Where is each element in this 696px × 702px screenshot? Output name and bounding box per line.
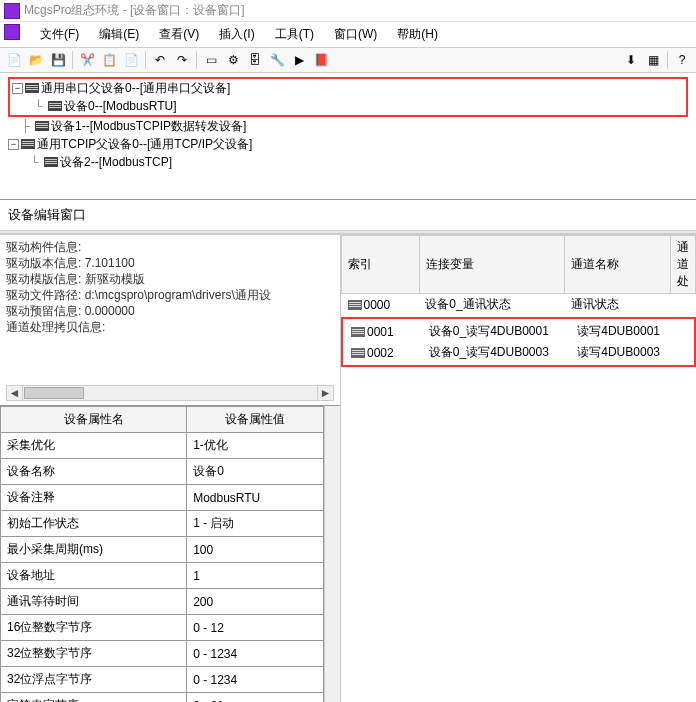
window-button[interactable]: ▭ <box>201 50 221 70</box>
prop-value[interactable]: 1-优化 <box>187 433 324 459</box>
menu-item[interactable]: 插入(I) <box>209 24 264 45</box>
collapse-icon[interactable]: − <box>8 139 19 150</box>
menu-item[interactable]: 窗口(W) <box>324 24 387 45</box>
info-line: 驱动文件路径: d:\mcgspro\program\drivers\通用设 <box>6 287 334 303</box>
tree-label: 设备1--[ModbusTCPIP数据转发设备] <box>51 118 246 135</box>
window-title: McgsPro组态环境 - [设备窗口：设备窗口] <box>24 2 245 19</box>
dict-button[interactable]: 📕 <box>311 50 331 70</box>
property-row[interactable]: 设备地址1 <box>1 563 324 589</box>
channel-row[interactable]: 0002 设备0_读写4DUB0003 读写4DUB0003 <box>345 342 692 363</box>
scroll-left-icon[interactable]: ◄ <box>7 386 23 400</box>
row-icon <box>348 300 362 310</box>
device-editor-panel: 设备编辑窗口 驱动构件信息: 驱动版本信息: 7.101100 驱动模版信息: … <box>0 199 696 702</box>
prop-value[interactable]: 0 - 21 <box>187 693 324 703</box>
info-line: 驱动模版信息: 新驱动模版 <box>6 271 334 287</box>
undo-button[interactable]: ↶ <box>150 50 170 70</box>
prop-header-value: 设备属性值 <box>187 407 324 433</box>
tree-label: 设备2--[ModbusTCP] <box>60 154 172 171</box>
grid-button[interactable]: ▦ <box>643 50 663 70</box>
info-line: 驱动版本信息: 7.101100 <box>6 255 334 271</box>
property-row[interactable]: 通讯等待时间200 <box>1 589 324 615</box>
doc-icon <box>4 24 20 40</box>
download-button[interactable]: ⬇ <box>621 50 641 70</box>
prop-name: 字符串字节序 <box>1 693 187 703</box>
prop-value[interactable]: 0 - 12 <box>187 615 324 641</box>
device-icon <box>35 121 49 131</box>
menu-item[interactable]: 工具(T) <box>265 24 324 45</box>
prop-value[interactable]: 1 <box>187 563 324 589</box>
paste-button[interactable]: 📄 <box>121 50 141 70</box>
prop-name: 初始工作状态 <box>1 511 187 537</box>
scroll-right-icon[interactable]: ► <box>317 386 333 400</box>
prop-value[interactable]: 设备0 <box>187 459 324 485</box>
app-icon <box>4 3 20 19</box>
property-row[interactable]: 32位浮点字节序0 - 1234 <box>1 667 324 693</box>
help-button[interactable]: ? <box>672 50 692 70</box>
property-row[interactable]: 字符串字节序0 - 21 <box>1 693 324 703</box>
prop-name: 通讯等待时间 <box>1 589 187 615</box>
prop-name: 最小采集周期(ms) <box>1 537 187 563</box>
property-row[interactable]: 初始工作状态1 - 启动 <box>1 511 324 537</box>
tree-label: 设备0--[ModbusRTU] <box>64 98 176 115</box>
prop-name: 设备注释 <box>1 485 187 511</box>
row-icon <box>351 327 365 337</box>
tree-node-device0[interactable]: └ 设备0--[ModbusRTU] <box>12 97 684 115</box>
prop-value[interactable]: 1 - 启动 <box>187 511 324 537</box>
prop-name: 32位整数字节序 <box>1 641 187 667</box>
info-line: 驱动构件信息: <box>6 239 334 255</box>
channel-row[interactable]: 0000 设备0_通讯状态 通讯状态 <box>342 294 696 316</box>
prop-value[interactable]: ModbusRTU <box>187 485 324 511</box>
menu-item[interactable]: 文件(F) <box>30 24 89 45</box>
chan-header-name: 通道名称 <box>565 236 671 294</box>
prop-value[interactable]: 200 <box>187 589 324 615</box>
channel-row[interactable]: 0001 设备0_读写4DUB0001 读写4DUB0001 <box>345 321 692 342</box>
property-row[interactable]: 16位整数字节序0 - 12 <box>1 615 324 641</box>
tree-node-serial-parent[interactable]: − 通用串口父设备0--[通用串口父设备] <box>12 79 684 97</box>
device-icon <box>21 139 35 149</box>
config-button[interactable]: ⚙ <box>223 50 243 70</box>
copy-button[interactable]: 📋 <box>99 50 119 70</box>
property-row[interactable]: 32位整数字节序0 - 1234 <box>1 641 324 667</box>
tree-node-device2[interactable]: └ 设备2--[ModbusTCP] <box>8 153 688 171</box>
channel-table[interactable]: 索引 连接变量 通道名称 通道处 0000 设备0_通讯状态 通讯状态 <box>341 235 696 315</box>
prop-name: 32位浮点字节序 <box>1 667 187 693</box>
prop-name: 采集优化 <box>1 433 187 459</box>
property-row[interactable]: 设备注释ModbusRTU <box>1 485 324 511</box>
device-icon <box>48 101 62 111</box>
save-button[interactable]: 💾 <box>48 50 68 70</box>
run-button[interactable]: ▶ <box>289 50 309 70</box>
property-row[interactable]: 最小采集周期(ms)100 <box>1 537 324 563</box>
menu-bar: 文件(F)编辑(E)查看(V)插入(I)工具(T)窗口(W)帮助(H) <box>0 22 696 47</box>
device-icon <box>25 83 39 93</box>
tree-highlight-box: − 通用串口父设备0--[通用串口父设备] └ 设备0--[ModbusRTU] <box>8 77 688 117</box>
open-button[interactable]: 📂 <box>26 50 46 70</box>
collapse-icon[interactable]: − <box>12 83 23 94</box>
device-tree[interactable]: − 通用串口父设备0--[通用串口父设备] └ 设备0--[ModbusRTU]… <box>0 73 696 175</box>
prop-value[interactable]: 100 <box>187 537 324 563</box>
prop-header-name: 设备属性名 <box>1 407 187 433</box>
menu-item[interactable]: 查看(V) <box>149 24 209 45</box>
h-scrollbar[interactable]: ◄ ► <box>6 385 334 401</box>
prop-value[interactable]: 0 - 1234 <box>187 667 324 693</box>
tree-node-device1[interactable]: ├ 设备1--[ModbusTCPIP数据转发设备] <box>8 117 688 135</box>
prop-name: 设备地址 <box>1 563 187 589</box>
tree-node-tcpip-parent[interactable]: − 通用TCPIP父设备0--[通用TCP/IP父设备] <box>8 135 688 153</box>
tree-branch-icon: ├ <box>21 119 35 133</box>
property-table[interactable]: 设备属性名 设备属性值 采集优化1-优化设备名称设备0设备注释ModbusRTU… <box>0 406 324 702</box>
driver-info-pane: 驱动构件信息: 驱动版本信息: 7.101100 驱动模版信息: 新驱动模版 驱… <box>0 235 340 405</box>
tools-button[interactable]: 🔧 <box>267 50 287 70</box>
title-bar: McgsPro组态环境 - [设备窗口：设备窗口] <box>0 0 696 22</box>
v-scrollbar[interactable] <box>324 406 340 702</box>
editor-title: 设备编辑窗口 <box>0 200 696 230</box>
new-button[interactable]: 📄 <box>4 50 24 70</box>
menu-item[interactable]: 帮助(H) <box>387 24 448 45</box>
cut-button[interactable]: ✂️ <box>77 50 97 70</box>
prop-value[interactable]: 0 - 1234 <box>187 641 324 667</box>
redo-button[interactable]: ↷ <box>172 50 192 70</box>
chan-header-var: 连接变量 <box>419 236 564 294</box>
menu-item[interactable]: 编辑(E) <box>89 24 149 45</box>
scroll-thumb[interactable] <box>24 387 84 399</box>
db-button[interactable]: 🗄 <box>245 50 265 70</box>
property-row[interactable]: 设备名称设备0 <box>1 459 324 485</box>
property-row[interactable]: 采集优化1-优化 <box>1 433 324 459</box>
